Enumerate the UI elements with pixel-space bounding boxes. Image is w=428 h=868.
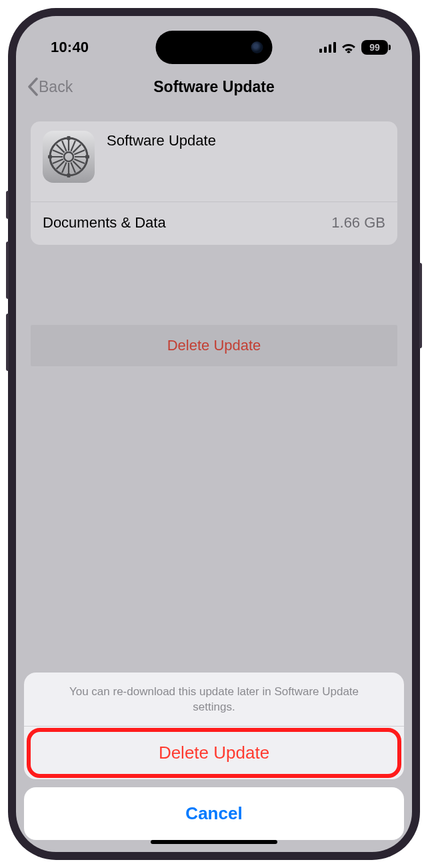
power-button bbox=[419, 263, 422, 348]
svg-line-16 bbox=[71, 141, 75, 151]
svg-line-15 bbox=[71, 162, 75, 173]
documents-data-label: Documents & Data bbox=[43, 214, 166, 232]
screen: 10:40 99 Bac bbox=[16, 16, 412, 852]
svg-rect-0 bbox=[319, 49, 322, 53]
svg-line-14 bbox=[62, 141, 67, 151]
action-sheet: You can re-download this update later in… bbox=[24, 673, 404, 840]
svg-rect-23 bbox=[67, 173, 71, 177]
mute-switch bbox=[6, 191, 9, 219]
page-title: Software Update bbox=[16, 78, 412, 96]
svg-rect-2 bbox=[329, 45, 331, 53]
svg-rect-3 bbox=[333, 42, 336, 53]
delete-update-button[interactable]: Delete Update bbox=[24, 727, 404, 779]
volume-up-button bbox=[6, 242, 9, 299]
status-time: 10:40 bbox=[51, 39, 89, 56]
update-name: Software Update bbox=[107, 131, 216, 149]
svg-point-5 bbox=[64, 152, 73, 161]
svg-line-13 bbox=[73, 145, 81, 153]
settings-app-icon bbox=[43, 131, 95, 183]
wifi-icon bbox=[341, 42, 357, 53]
status-indicators: 99 bbox=[319, 40, 388, 55]
battery-percent: 99 bbox=[369, 42, 380, 53]
back-button[interactable]: Back bbox=[27, 77, 73, 96]
svg-line-21 bbox=[74, 150, 85, 155]
svg-line-19 bbox=[74, 159, 85, 163]
documents-data-size: 1.66 GB bbox=[331, 214, 385, 232]
dynamic-island bbox=[156, 31, 273, 64]
action-sheet-group: You can re-download this update later in… bbox=[24, 673, 404, 779]
gear-icon bbox=[48, 136, 89, 177]
documents-data-row[interactable]: Documents & Data 1.66 GB bbox=[31, 202, 397, 245]
delete-update-row[interactable]: Delete Update bbox=[31, 325, 397, 366]
delete-update-button-label: Delete Update bbox=[159, 743, 269, 763]
svg-rect-24 bbox=[48, 155, 52, 159]
cellular-signal-icon bbox=[319, 42, 336, 53]
cancel-button-label: Cancel bbox=[185, 803, 242, 823]
svg-line-10 bbox=[57, 145, 65, 153]
svg-rect-1 bbox=[324, 47, 327, 53]
card-header: Software Update bbox=[31, 121, 397, 202]
content-area: Software Update Documents & Data 1.66 GB… bbox=[16, 109, 412, 366]
iphone-frame: 10:40 99 Bac bbox=[8, 8, 420, 860]
front-camera-icon bbox=[251, 41, 263, 53]
volume-down-button bbox=[6, 314, 9, 371]
delete-update-row-label: Delete Update bbox=[167, 337, 261, 354]
svg-line-17 bbox=[62, 162, 67, 173]
svg-line-18 bbox=[53, 150, 63, 155]
cancel-button[interactable]: Cancel bbox=[24, 787, 404, 840]
svg-rect-25 bbox=[85, 155, 89, 159]
svg-line-11 bbox=[73, 161, 81, 169]
svg-line-12 bbox=[57, 161, 65, 169]
svg-rect-22 bbox=[67, 136, 71, 140]
chevron-left-icon bbox=[27, 77, 39, 96]
home-indicator[interactable] bbox=[151, 840, 277, 844]
navigation-bar: Back Software Update bbox=[16, 64, 412, 109]
battery-icon: 99 bbox=[361, 40, 388, 55]
svg-line-20 bbox=[53, 159, 63, 163]
back-label: Back bbox=[39, 78, 73, 96]
action-sheet-message: You can re-download this update later in… bbox=[24, 673, 404, 727]
update-info-card: Software Update Documents & Data 1.66 GB bbox=[31, 121, 397, 245]
